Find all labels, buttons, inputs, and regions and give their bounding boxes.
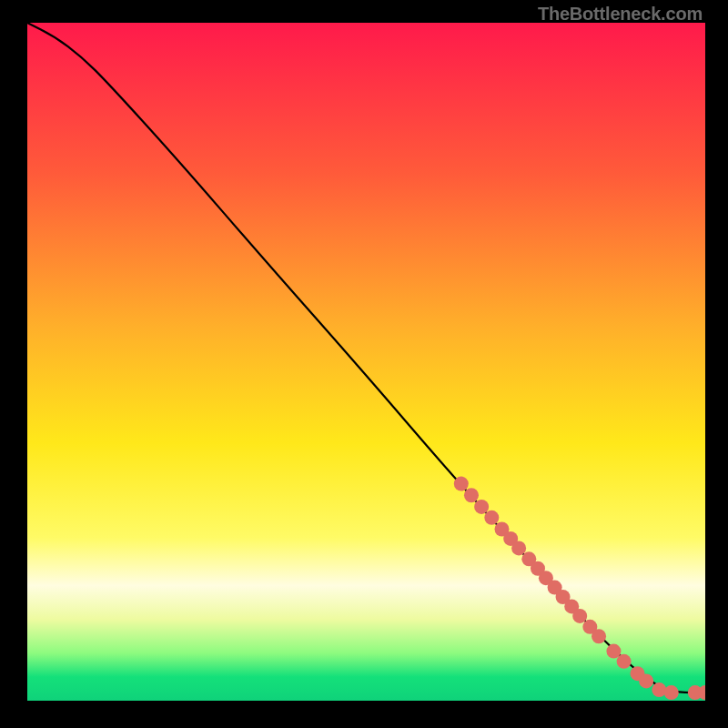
chart-frame: TheBottleneck.com [0, 0, 728, 728]
data-marker [454, 477, 469, 491]
data-marker [592, 629, 606, 643]
chart-svg [27, 23, 705, 701]
data-marker [572, 609, 587, 623]
data-marker [617, 654, 632, 669]
data-marker [652, 682, 666, 697]
data-marker [511, 541, 526, 555]
data-marker [464, 488, 479, 502]
data-marker [474, 500, 489, 514]
data-marker [664, 685, 679, 700]
data-marker [484, 511, 499, 525]
chart-plot-area [27, 23, 705, 701]
data-marker [639, 673, 653, 688]
watermark-label: TheBottleneck.com [538, 4, 703, 25]
gradient-background [27, 23, 705, 701]
